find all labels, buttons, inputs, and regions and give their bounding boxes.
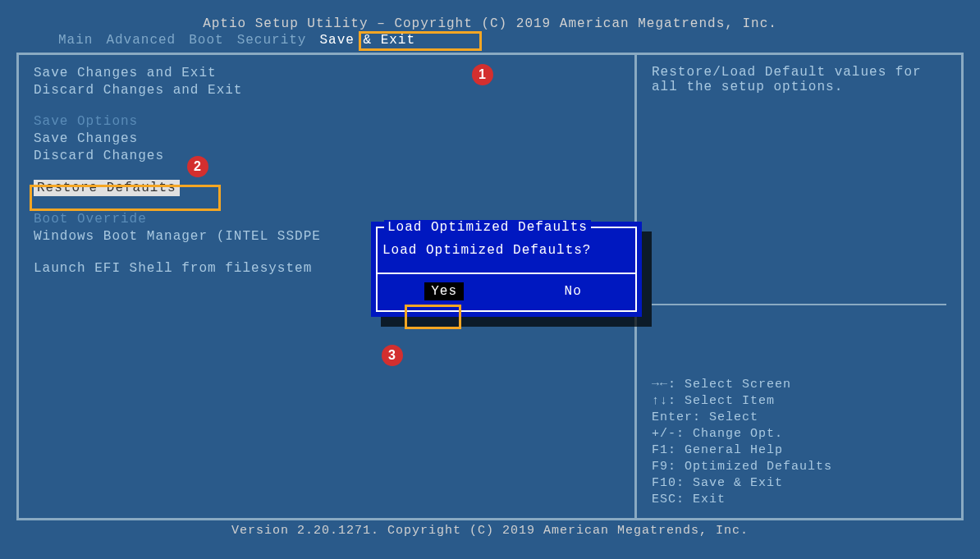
key-hints: →←: Select Screen ↑↓: Select Item Enter:… (652, 377, 946, 508)
hint-enter: Enter: Select (652, 410, 946, 426)
dialog-yes-button[interactable]: Yes (424, 282, 464, 300)
hint-f9: F9: Optimized Defaults (652, 459, 946, 475)
annotation-marker-1: 1 (472, 64, 493, 85)
annotation-marker-2: 2 (187, 156, 208, 177)
menu-save-changes[interactable]: Save Changes (34, 131, 620, 147)
tab-security[interactable]: Security (232, 33, 312, 48)
right-panel: Restore/Load Default values for all the … (637, 55, 961, 518)
annotation-highlight-yes (405, 305, 461, 329)
hint-esc: ESC: Exit (652, 492, 946, 508)
tab-main[interactable]: Main (53, 33, 98, 48)
hint-f10: F10: Save & Exit (652, 475, 946, 492)
annotation-marker-3: 3 (382, 345, 403, 366)
tab-boot[interactable]: Boot (184, 33, 228, 48)
dialog-no-button[interactable]: No (558, 282, 588, 300)
hint-f1: F1: General Help (652, 442, 946, 459)
menu-discard-exit[interactable]: Discard Changes and Exit (34, 82, 620, 99)
menu-save-exit[interactable]: Save Changes and Exit (34, 65, 620, 81)
help-divider (652, 304, 946, 305)
help-description: Restore/Load Default values for all the … (652, 65, 946, 94)
menu-discard-changes[interactable]: Discard Changes (34, 148, 620, 164)
hint-select-item: ↑↓: Select Item (652, 393, 946, 410)
dialog-title: Load Optimized Defaults (384, 220, 591, 235)
bios-screen: Aptio Setup Utility – Copyright (C) 2019… (0, 0, 980, 559)
confirm-dialog: Load Optimized Defaults Load Optimized D… (371, 222, 642, 317)
tab-advanced[interactable]: Advanced (101, 33, 181, 48)
tab-bar: Main Advanced Boot Security Save & Exit (16, 33, 964, 48)
section-save-options: Save Options (34, 113, 620, 130)
dialog-frame: Load Optimized Defaults Load Optimized D… (376, 227, 637, 312)
footer-version: Version 2.20.1271. Copyright (C) 2019 Am… (16, 524, 964, 538)
header-copyright: Aptio Setup Utility – Copyright (C) 2019… (16, 16, 964, 31)
hint-select-screen: →←: Select Screen (652, 377, 946, 393)
annotation-highlight-restore (30, 185, 221, 211)
annotation-highlight-tab (359, 31, 482, 51)
hint-change-opt: +/-: Change Opt. (652, 426, 946, 442)
